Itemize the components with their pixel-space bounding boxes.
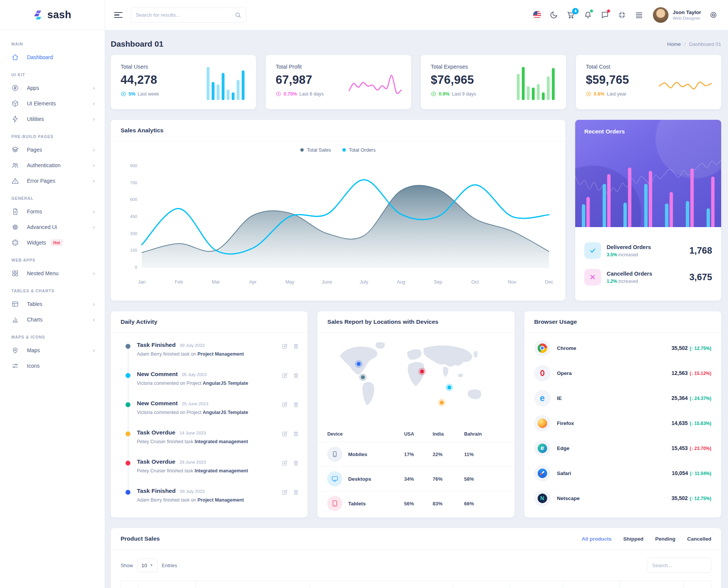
sidebar-item-tables[interactable]: Tables› xyxy=(0,296,105,312)
browser-value: 35,502 xyxy=(672,495,688,501)
svg-text:May: May xyxy=(285,279,294,285)
language-flag-icon[interactable] xyxy=(533,11,541,19)
trash-icon[interactable] xyxy=(293,489,299,495)
settings-gear-icon[interactable] xyxy=(709,11,718,20)
trash-icon[interactable] xyxy=(293,372,299,379)
sidebar-item-forms[interactable]: Forms› xyxy=(0,204,105,219)
page-size-select[interactable]: 10 ▼ xyxy=(137,558,158,572)
breadcrumb-home[interactable]: Home xyxy=(667,41,681,47)
sidebar-item-utilities[interactable]: Utilities› xyxy=(0,111,105,127)
activity-title: New Comment xyxy=(137,371,178,378)
sidebar-item-nested-menu[interactable]: Nested Menu› xyxy=(0,265,105,281)
edit-icon[interactable] xyxy=(281,489,288,495)
apps-icon xyxy=(11,84,19,92)
sidebar-nav: MAINDashboardUI KITApps›UI Elements›Util… xyxy=(0,30,105,373)
tab-shipped[interactable]: Shipped xyxy=(623,536,643,542)
sidebar-item-label: Nested Menu xyxy=(27,270,58,276)
chevron-right-icon: › xyxy=(93,301,95,307)
sidebar-item-label: Apps xyxy=(27,85,39,91)
sales-analytics-chart: 0150300450600750900JanFebMarAprMayJuneJu… xyxy=(111,154,565,288)
recent-orders-summary: Delivered Orders3.5% increased1,768Cance… xyxy=(575,227,721,301)
messages-chat-icon[interactable] xyxy=(601,11,610,20)
right-panel-list-icon[interactable] xyxy=(635,11,644,20)
legend-total-sales[interactable]: Total Sales xyxy=(300,147,331,153)
card-daily-activity: Daily Activity Task Finished09 July 2023… xyxy=(111,311,308,517)
tab-all-products[interactable]: All products xyxy=(582,536,612,542)
recent-orders-cancelled-row: Cancelled Orders1.2% increased3,675 xyxy=(584,269,712,285)
edit-icon[interactable] xyxy=(281,401,288,408)
sidebar-item-authentication[interactable]: Authentication› xyxy=(0,157,105,173)
chevron-right-icon: › xyxy=(93,224,95,230)
sidebar-item-advanced-ui[interactable]: Advanced Ui› xyxy=(0,219,105,235)
sidebar-item-error-pages[interactable]: Error Pages› xyxy=(0,173,105,188)
tab-cancelled[interactable]: Cancelled xyxy=(687,536,711,542)
map-marker-5[interactable] xyxy=(440,401,444,405)
table-search-input[interactable] xyxy=(647,558,711,573)
notifications-bell-icon[interactable] xyxy=(584,11,593,20)
sidebar-toggle-icon[interactable] xyxy=(114,10,122,19)
order-count: 3,675 xyxy=(689,272,712,282)
entries-label: Entries xyxy=(162,563,177,568)
svg-text:600: 600 xyxy=(130,197,137,202)
fullscreen-icon[interactable] xyxy=(618,11,627,20)
sidebar-item-charts[interactable]: Charts› xyxy=(0,312,105,327)
sidebar-item-label: Advanced Ui xyxy=(27,224,57,230)
search-icon[interactable] xyxy=(235,12,242,19)
edit-icon[interactable] xyxy=(281,431,288,437)
search-input[interactable] xyxy=(136,12,235,18)
device-percent: 34% xyxy=(404,467,433,491)
browser-change: (↑ 12.75%) xyxy=(690,346,711,351)
tab-pending[interactable]: Pending xyxy=(655,536,675,542)
svg-text:900: 900 xyxy=(130,163,137,168)
edit-icon[interactable] xyxy=(281,372,288,379)
sidebar-item-dashboard[interactable]: Dashboard xyxy=(0,49,105,65)
trash-icon[interactable] xyxy=(293,343,299,350)
map-marker-2[interactable] xyxy=(361,375,365,379)
trash-icon[interactable] xyxy=(293,401,299,408)
trend-up-icon xyxy=(121,91,126,97)
sidebar-item-label: Icons xyxy=(27,363,39,369)
browser-change: (↑ 12.75%) xyxy=(690,496,711,501)
svg-text:0: 0 xyxy=(135,265,137,270)
grid-icon xyxy=(11,270,19,277)
edit-icon[interactable] xyxy=(281,343,288,350)
sidebar-item-apps[interactable]: Apps› xyxy=(0,80,105,96)
edit-icon[interactable] xyxy=(281,460,288,466)
sidebar-item-maps[interactable]: Maps› xyxy=(0,342,105,358)
trash-icon[interactable] xyxy=(293,460,299,466)
device-table-header: India xyxy=(433,427,464,442)
dark-mode-moon-icon[interactable] xyxy=(549,11,559,20)
sidebar-item-pages[interactable]: Pages› xyxy=(0,142,105,157)
sliders-icon xyxy=(11,362,19,370)
sidebar-item-label: UI Elements xyxy=(27,100,56,107)
sidebar-section-label: UI KIT xyxy=(0,65,105,80)
chevron-right-icon: › xyxy=(93,116,95,122)
sidebar-item-label: Forms xyxy=(27,209,42,215)
browser-change: (↓ 24.37%) xyxy=(690,396,711,401)
map-marker-4[interactable] xyxy=(447,386,451,389)
sidebar-item-ui-elements[interactable]: UI Elements› xyxy=(0,96,105,111)
map-marker-1[interactable] xyxy=(357,362,361,366)
app-logo[interactable]: sash xyxy=(0,0,105,30)
sidebar-section-label: MAIN xyxy=(0,34,105,49)
sidebar-item-widgets[interactable]: WidgetsHot xyxy=(0,235,105,250)
sidebar-item-icons[interactable]: Icons xyxy=(0,358,105,373)
device-row-tablets: Tablets56%83%66% xyxy=(317,491,514,516)
legend-total-orders[interactable]: Total Orders xyxy=(342,147,376,153)
mobile-icon xyxy=(327,447,342,462)
cart-icon[interactable]: 4 xyxy=(566,11,576,20)
notification-dot xyxy=(590,9,593,13)
user-menu[interactable]: Json Taylor Web Designer xyxy=(653,7,701,23)
user-avatar xyxy=(653,7,668,23)
svg-text:Sep: Sep xyxy=(433,279,442,285)
stat-card-total-profit: Total Profit67,9870.75%Last 6 days xyxy=(266,55,411,109)
stat-card-total-expenses: Total Expenses$76,9650.9%Last 9 days xyxy=(421,55,566,109)
map-marker-3[interactable] xyxy=(420,370,424,373)
device-percent: 66% xyxy=(464,491,515,516)
desktop-icon xyxy=(327,471,342,486)
trash-icon[interactable] xyxy=(293,431,299,437)
svg-text:750: 750 xyxy=(130,180,137,185)
sidebar-item-label: Utilities xyxy=(27,116,44,122)
sidebar-item-label: Charts xyxy=(27,317,42,323)
order-type-label: Delivered Orders xyxy=(607,244,651,250)
